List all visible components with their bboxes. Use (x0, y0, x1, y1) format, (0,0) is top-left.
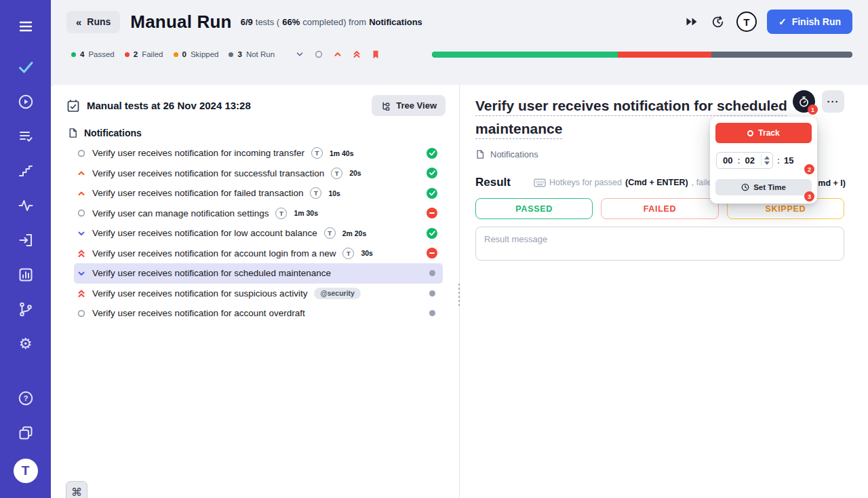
runs-play-icon[interactable] (17, 93, 35, 111)
keyboard-icon (534, 178, 546, 187)
set-time-button[interactable]: Set Time (715, 179, 812, 195)
chevron-down-filter-icon[interactable] (294, 49, 305, 60)
test-row[interactable]: Verify user receives notification for lo… (74, 223, 443, 244)
failed-count-filter[interactable]: 2 Failed (125, 50, 163, 58)
test-row[interactable]: Verify user receives notification for su… (74, 164, 443, 184)
skipped-count: 0 (182, 50, 186, 58)
test-row[interactable]: Verify user receives notification for ac… (74, 303, 443, 324)
set-time-label: Set Time (753, 183, 786, 191)
command-palette-button[interactable]: ⌘ (66, 481, 87, 498)
import-icon[interactable] (17, 231, 35, 249)
passed-dot-icon (71, 52, 76, 57)
test-title: Verify user receives notification for sc… (92, 268, 331, 278)
testomat-badge-icon: T (311, 147, 323, 159)
gear-icon[interactable]: ⚙ (17, 335, 35, 353)
test-duration: 10s (328, 189, 340, 197)
subtitle-text-1: tests ( (256, 17, 279, 27)
app-logo[interactable]: T (14, 459, 38, 483)
run-calendar-icon (66, 99, 80, 113)
timer-badge: 1 (808, 104, 818, 115)
test-title: Verify user can manage notification sett… (92, 208, 269, 218)
notrun-count-filter[interactable]: 3 Not Run (229, 50, 275, 58)
test-list: Verify user receives notification for in… (51, 142, 459, 324)
report-chart-icon[interactable] (17, 266, 35, 284)
priority-normal-icon (77, 209, 86, 217)
tests-check-icon[interactable] (17, 58, 35, 76)
fast-forward-icon[interactable] (684, 14, 700, 30)
priority-filters (294, 49, 381, 60)
testomat-badge-icon: T (342, 248, 354, 259)
test-row-selected[interactable]: Verify user receives notification for sc… (74, 263, 443, 284)
status-passed-icon (427, 148, 437, 159)
hotkeys-text-1: Hotkeys for passed (549, 178, 622, 187)
stepper-down-icon[interactable] (764, 161, 770, 165)
time-minutes-input[interactable]: 02 (745, 155, 754, 166)
steps-icon[interactable] (17, 162, 35, 180)
status-failed-icon (427, 208, 437, 218)
status-passed-icon (427, 228, 437, 239)
copy-icon[interactable] (17, 424, 35, 442)
stepper-up-icon[interactable] (764, 156, 770, 159)
cmd-key-icon: ⌘ (71, 486, 82, 498)
subtitle-source: Notifications (369, 17, 422, 27)
run-subtitle: 6/9 tests ( 66% completed) from Notifica… (241, 17, 422, 27)
menu-icon[interactable] (17, 18, 35, 35)
status-notrun-icon (429, 290, 435, 296)
file-icon (68, 128, 78, 138)
tests-panel-header: Manual tests at 26 Nov 2024 13:28 Tree V… (51, 85, 459, 120)
test-duration: 1m 40s (330, 149, 354, 157)
test-row[interactable]: Verify user can manage notification sett… (74, 204, 443, 224)
passed-button[interactable]: PASSED (475, 198, 593, 219)
timer-popup: Track 00 : 02 : 15 2 Set Time 3 (710, 117, 817, 204)
time-seconds-input[interactable]: 15 (784, 155, 793, 166)
result-message-input[interactable] (475, 227, 844, 261)
test-row[interactable]: Verify user receives notification for fa… (74, 183, 443, 204)
tree-view-button[interactable]: Tree View (372, 95, 446, 116)
time-hours-input[interactable]: 00 (723, 155, 732, 166)
circle-priority-filter-icon[interactable] (313, 49, 324, 60)
plans-list-icon[interactable] (17, 128, 35, 145)
finish-run-button[interactable]: ✓ Finish Run (767, 9, 852, 34)
progress-failed-segment (618, 52, 711, 58)
account-logo-avatar[interactable]: T (736, 12, 757, 32)
finish-run-label: Finish Run (792, 16, 841, 27)
test-row[interactable]: Verify user receives notification for ac… (74, 244, 443, 264)
priority-high-icon (77, 169, 86, 177)
tests-count: 6/9 (241, 17, 253, 27)
suite-name: Notifications (84, 128, 142, 138)
test-row[interactable]: Verify user receives notification for in… (74, 143, 443, 164)
history-timer-icon[interactable] (710, 14, 726, 30)
status-passed-icon (427, 168, 437, 178)
app-logo-letter: T (22, 463, 30, 478)
stopwatch-icon (798, 96, 810, 108)
test-duration: 1m 30s (294, 209, 318, 217)
double-chevron-up-filter-icon[interactable] (351, 49, 362, 60)
passed-count-filter[interactable]: 4 Passed (71, 50, 115, 58)
skipped-count-filter[interactable]: 0 Skipped (174, 50, 219, 58)
time-stepper[interactable] (761, 155, 772, 166)
result-heading: Result (475, 176, 511, 189)
pulse-icon[interactable] (17, 197, 35, 214)
track-button[interactable]: Track (715, 123, 812, 143)
hotkeys-cmd-enter: (Cmd + ENTER) (625, 178, 688, 187)
time-input-box[interactable]: 00 : 02 (716, 152, 773, 169)
help-icon[interactable]: ? (17, 389, 35, 407)
chevron-up-filter-icon[interactable] (332, 49, 343, 60)
back-to-runs-button[interactable]: « Runs (66, 11, 120, 33)
suite-row[interactable]: Notifications (51, 120, 459, 142)
test-title: Verify user receives notification for lo… (92, 228, 317, 238)
test-row[interactable]: Verify user receives notification for su… (74, 284, 443, 304)
hotkeys-cmd-i-partial: md + I) (818, 178, 846, 188)
branch-icon[interactable] (17, 301, 35, 318)
sidebar: ⚙ ? T (0, 0, 51, 498)
run-name: Manual tests at 26 Nov 2024 13:28 (87, 100, 251, 111)
more-menu-button[interactable]: ··· (822, 90, 844, 113)
failed-button[interactable]: FAILED (601, 198, 718, 219)
priority-high-icon (77, 189, 86, 197)
timer-button[interactable]: 1 (793, 90, 815, 113)
test-title: Verify user receives notification for su… (92, 288, 307, 299)
run-progress-bar (432, 52, 852, 58)
bookmark-filter-icon[interactable] (370, 49, 381, 60)
test-title: Verify user receives notification for ac… (92, 308, 305, 318)
testomat-badge-icon: T (310, 187, 321, 199)
